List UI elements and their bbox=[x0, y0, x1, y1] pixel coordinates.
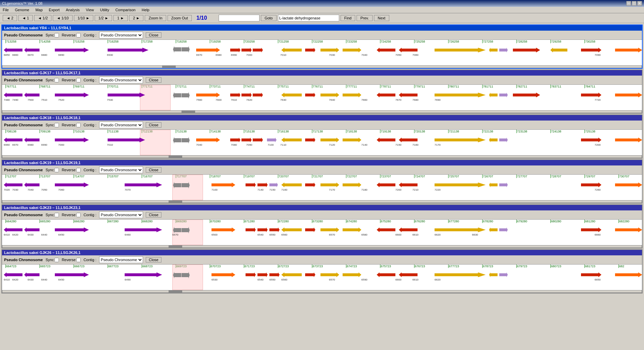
panel4-close-btn[interactable]: Close bbox=[146, 167, 161, 173]
panel6-scrollbar[interactable] bbox=[2, 290, 642, 293]
window-title: CLgenomics™ Ver. 1.08 bbox=[2, 1, 43, 5]
nav-fwd-tenth-btn[interactable]: 1/10 ► bbox=[74, 15, 93, 21]
genome-panel-1: Lactobacillus sakei YR4 – 11,LSYR4,1 Pse… bbox=[1, 25, 643, 69]
panel3-sync-label: Sync bbox=[46, 123, 59, 127]
search-input[interactable] bbox=[278, 15, 339, 21]
panel3-scrollbar[interactable] bbox=[2, 155, 642, 158]
panel4-reverse-label: Reverse bbox=[62, 168, 81, 172]
panel1-reverse-label: Reverse bbox=[62, 33, 81, 37]
panel1-close-btn[interactable]: Close bbox=[146, 32, 161, 38]
nav-back-half-btn[interactable]: ◄ 1/2 bbox=[34, 15, 51, 21]
panel5-close-btn[interactable]: Close bbox=[146, 212, 161, 218]
panel1-sync-label: Sync bbox=[46, 33, 59, 37]
minimize-btn[interactable]: ─ bbox=[626, 1, 631, 6]
genome-panel-3: Lactobacillus sakei GJK18 – 11,LSGJK18,1… bbox=[1, 114, 643, 159]
position-display: 1/10 bbox=[193, 15, 210, 21]
panel5-controls: Pseudo Chromosome Sync Reverse Contig : … bbox=[2, 210, 642, 220]
zoom-out-btn[interactable]: Zoom Out bbox=[168, 15, 192, 21]
panel3-reverse-label: Reverse bbox=[62, 123, 81, 127]
close-btn[interactable]: ✕ bbox=[637, 1, 642, 6]
panel2-header: Lactobacillus sakei GJK17 – 11,LSGJK17,1 bbox=[2, 70, 642, 76]
panel6-reverse-label: Reverse bbox=[62, 258, 81, 262]
panel5-scrollbar[interactable] bbox=[2, 245, 642, 248]
panel2-track: 767711 768711 769711 770711 771711 77271… bbox=[2, 85, 642, 110]
panel1-contig-label: Contig : bbox=[83, 33, 96, 37]
nav-fwd-half-btn[interactable]: 1/2 ► bbox=[95, 15, 112, 21]
menu-help[interactable]: Help bbox=[140, 7, 151, 12]
panel6-track: 664723 665723 666723 667723 668723 66972… bbox=[2, 265, 642, 290]
menu-genome[interactable]: Genome bbox=[14, 7, 31, 12]
panel6-contig-select[interactable]: Pseudo Chromosome bbox=[99, 256, 143, 263]
genome-panel-2: Lactobacillus sakei GJK17 – 11,LSGJK17,1… bbox=[1, 69, 643, 114]
menu-analysis[interactable]: Analysis bbox=[64, 7, 81, 12]
maximize-btn[interactable]: □ bbox=[632, 1, 637, 6]
panel2-contig-select[interactable]: Pseudo Chromosome bbox=[99, 77, 143, 83]
nav-fwd2-btn[interactable]: 2 ► bbox=[129, 15, 143, 21]
panel6-sync-checkbox[interactable] bbox=[54, 258, 59, 262]
zoom-in-btn[interactable]: Zoom In bbox=[145, 15, 166, 21]
nav-back1-btn[interactable]: ◄ 1 bbox=[18, 15, 33, 21]
prev-btn[interactable]: Prev. bbox=[357, 15, 373, 21]
panel2-reverse-checkbox[interactable] bbox=[76, 78, 81, 82]
panel1-reverse-checkbox[interactable] bbox=[76, 33, 81, 37]
find-btn[interactable]: Find bbox=[341, 15, 355, 21]
panel2-reverse-label: Reverse bbox=[62, 78, 81, 82]
panel4-header: Lactobacillus sakei GJK19 – 11,LSGJK19,1 bbox=[2, 160, 642, 165]
panel5-sync-label: Sync bbox=[46, 213, 59, 217]
panel6-reverse-checkbox[interactable] bbox=[76, 258, 81, 262]
menu-export[interactable]: Export bbox=[47, 7, 61, 12]
panel3-reverse-checkbox[interactable] bbox=[76, 123, 81, 127]
menu-map[interactable]: Map bbox=[34, 7, 44, 12]
nav-fwd1-btn[interactable]: 1 ► bbox=[113, 15, 128, 21]
panel2-controls: Pseudo Chromosome Sync Reverse Contig : … bbox=[2, 76, 642, 85]
panel5-reverse-checkbox[interactable] bbox=[76, 213, 81, 217]
panel3-close-btn[interactable]: Close bbox=[146, 122, 161, 128]
next-btn[interactable]: Next bbox=[374, 15, 389, 21]
panel5-sync-checkbox[interactable] bbox=[54, 213, 59, 217]
panel2-pseudo-label: Pseudo Chromosome bbox=[4, 78, 43, 82]
panel4-controls: Pseudo Chromosome Sync Reverse Contig : … bbox=[2, 165, 642, 175]
panel2-close-btn[interactable]: Close bbox=[146, 77, 161, 83]
genome-panel-6: Lactobacillus sakei GJK26 – 11,LSGJK26,1… bbox=[1, 249, 643, 293]
main-content: Lactobacillus sakei YR4 – 11,LSYR4,1 Pse… bbox=[0, 23, 644, 346]
panel3-contig-select[interactable]: Pseudo Chromosome bbox=[99, 122, 143, 128]
nav-back-tenth-btn[interactable]: ◄ 1/10 bbox=[53, 15, 72, 21]
genome-panel-5: Lactobacillus sakei GJK23 – 11,LSGJK23,1… bbox=[1, 204, 643, 249]
panel2-scrollbar[interactable] bbox=[2, 110, 642, 113]
menu-view[interactable]: View bbox=[84, 7, 95, 12]
panel4-reverse-checkbox[interactable] bbox=[76, 168, 81, 172]
panel3-track: 708138 709138 710138 711138 712138 71313… bbox=[2, 130, 642, 155]
panel5-contig-select[interactable]: Pseudo Chromosome bbox=[99, 211, 143, 218]
panel1-scrollbar[interactable] bbox=[2, 65, 642, 68]
menu-file[interactable]: File bbox=[1, 7, 10, 12]
menu-bar: File Genome Map Export Analysis View Uti… bbox=[0, 7, 644, 13]
goto-btn[interactable]: Goto bbox=[261, 15, 277, 21]
panel3-sync-checkbox[interactable] bbox=[54, 123, 59, 127]
panel1-header: Lactobacillus sakei YR4 – 11,LSYR4,1 bbox=[2, 25, 642, 31]
menu-utility[interactable]: Utility bbox=[99, 7, 111, 12]
goto-input[interactable] bbox=[219, 15, 260, 21]
panel3-contig-label: Contig : bbox=[83, 123, 96, 127]
panel1-sync-checkbox[interactable] bbox=[54, 33, 59, 37]
panel1-contig-select[interactable]: Pseudo Chromosome bbox=[99, 32, 143, 38]
panel4-sync-checkbox[interactable] bbox=[54, 168, 59, 172]
toolbar: ◄ 2 ◄ 1 ◄ 1/2 ◄ 1/10 1/10 ► 1/2 ► 1 ► 2 … bbox=[0, 13, 644, 23]
panel4-contig-label: Contig : bbox=[83, 168, 96, 172]
panel1-pseudo-label: Pseudo Chromosome bbox=[4, 33, 43, 37]
panel4-contig-select[interactable]: Pseudo Chromosome bbox=[99, 166, 143, 173]
panel4-sync-label: Sync bbox=[46, 168, 59, 172]
panel4-scrollbar[interactable] bbox=[2, 200, 642, 203]
panel6-close-btn[interactable]: Close bbox=[146, 257, 161, 262]
panel3-controls: Pseudo Chromosome Sync Reverse Contig : … bbox=[2, 121, 642, 130]
panel4-pseudo-label: Pseudo Chromosome bbox=[4, 168, 43, 172]
panel2-sync-checkbox[interactable] bbox=[54, 78, 59, 82]
panel2-contig-label: Contig : bbox=[83, 78, 96, 82]
panel4-track: 712707 713707 714707 715707 716707 71770… bbox=[2, 175, 642, 200]
panel5-contig-label: Contig : bbox=[83, 213, 96, 217]
panel6-header: Lactobacillus sakei GJK26 – 11,LSGJK26,1 bbox=[2, 250, 642, 255]
panel6-contig-label: Contig : bbox=[83, 258, 96, 262]
panel3-pseudo-label: Pseudo Chromosome bbox=[4, 123, 43, 127]
menu-comparison[interactable]: Comparison bbox=[114, 7, 137, 12]
title-bar: CLgenomics™ Ver. 1.08 ─ □ ✕ bbox=[0, 0, 644, 7]
nav-back2-btn[interactable]: ◄ 2 bbox=[3, 15, 17, 21]
